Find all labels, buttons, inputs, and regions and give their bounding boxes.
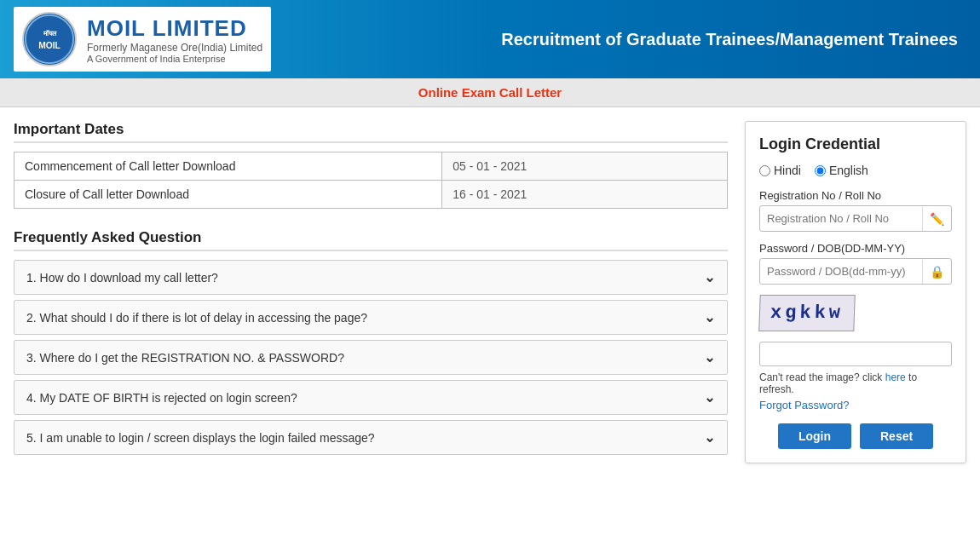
login-panel: Login Credential Hindi English Registrat…	[745, 121, 966, 463]
logo-title: MOIL LIMITED	[87, 15, 262, 42]
reg-label: Registration No / Roll No	[759, 189, 952, 202]
left-panel: Important Dates Commencement of Call let…	[14, 121, 745, 460]
chevron-down-icon: ⌄	[704, 309, 715, 325]
important-dates-title: Important Dates	[14, 121, 728, 143]
faq-question[interactable]: 5. I am unable to login / screen display…	[14, 421, 727, 454]
main-content: Important Dates Commencement of Call let…	[0, 107, 980, 477]
faq-text: 2. What should I do if there is lot of d…	[26, 311, 367, 325]
faq-title: Frequently Asked Question	[14, 229, 728, 251]
svg-text:मॉयल: मॉयल	[43, 29, 57, 37]
faq-text: 5. I am unable to login / screen display…	[26, 431, 375, 445]
lock-icon[interactable]: 🔒	[922, 260, 951, 284]
table-row: Commencement of Call letter Download05 -…	[14, 152, 728, 181]
table-row: Closure of Call letter Download16 - 01 -…	[14, 181, 728, 209]
captcha-container: xgkkw	[759, 295, 952, 337]
faq-question[interactable]: 1. How do I download my call letter? ⌄	[14, 261, 727, 294]
pass-input[interactable]	[760, 259, 922, 284]
faq-item[interactable]: 3. Where do I get the REGISTRATION NO. &…	[14, 340, 728, 375]
btn-group: Login Reset	[759, 423, 952, 449]
forgot-password-link[interactable]: Forgot Password?	[759, 399, 952, 411]
date-label: Commencement of Call letter Download	[14, 152, 442, 181]
lang-hindi-label[interactable]: Hindi	[759, 164, 801, 177]
faq-container: 1. How do I download my call letter? ⌄ 2…	[14, 260, 728, 455]
captcha-image: xgkkw	[758, 295, 856, 331]
faq-item[interactable]: 4. My DATE OF BIRTH is rejected on login…	[14, 380, 728, 415]
lang-english-radio[interactable]	[815, 165, 826, 176]
chevron-down-icon: ⌄	[704, 429, 715, 446]
faq-question[interactable]: 2. What should I do if there is lot of d…	[14, 301, 727, 334]
login-button[interactable]: Login	[778, 423, 851, 449]
faq-text: 1. How do I download my call letter?	[26, 271, 218, 285]
logo-sub1: Formerly Maganese Ore(India) Limited	[87, 42, 262, 54]
dates-table: Commencement of Call letter Download05 -…	[14, 152, 728, 209]
captcha-note: Can't read the image? click here to refr…	[759, 371, 952, 395]
chevron-down-icon: ⌄	[704, 349, 715, 365]
pass-input-group: 🔒	[759, 258, 952, 285]
chevron-down-icon: ⌄	[704, 269, 715, 285]
faq-item[interactable]: 5. I am unable to login / screen display…	[14, 420, 728, 455]
logo-sub2: A Government of India Enterprise	[87, 54, 262, 64]
faq-item[interactable]: 1. How do I download my call letter? ⌄	[14, 260, 728, 295]
language-selector: Hindi English	[759, 164, 952, 177]
captcha-input[interactable]	[759, 342, 952, 366]
date-label: Closure of Call letter Download	[14, 181, 442, 209]
date-value: 16 - 01 - 2021	[442, 181, 728, 209]
svg-text:MOIL: MOIL	[38, 41, 61, 50]
app-header: मॉयल MOIL MOIL LIMITED Formerly Maganese…	[0, 0, 980, 78]
captcha-refresh-link[interactable]: here	[885, 371, 906, 383]
sub-header-label: Online Exam Call Letter	[418, 85, 562, 100]
faq-text: 3. Where do I get the REGISTRATION NO. &…	[26, 351, 344, 365]
lang-english-label[interactable]: English	[815, 164, 868, 177]
sub-header: Online Exam Call Letter	[0, 78, 980, 107]
logo-area: मॉयल MOIL MOIL LIMITED Formerly Maganese…	[14, 7, 271, 72]
moil-logo: मॉयल MOIL	[22, 12, 77, 66]
faq-text: 4. My DATE OF BIRTH is rejected on login…	[26, 391, 297, 405]
reg-input[interactable]	[760, 206, 922, 231]
date-value: 05 - 01 - 2021	[442, 152, 728, 181]
header-title: Recruitment of Graduate Trainees/Managem…	[271, 30, 966, 49]
reg-input-group: ✏️	[759, 205, 952, 232]
faq-question[interactable]: 4. My DATE OF BIRTH is rejected on login…	[14, 381, 727, 414]
edit-icon[interactable]: ✏️	[922, 207, 951, 231]
pass-label: Password / DOB(DD-MM-YY)	[759, 242, 952, 255]
chevron-down-icon: ⌄	[704, 389, 715, 406]
reset-button[interactable]: Reset	[860, 423, 933, 449]
logo-text: MOIL LIMITED Formerly Maganese Ore(India…	[87, 15, 262, 64]
faq-question[interactable]: 3. Where do I get the REGISTRATION NO. &…	[14, 341, 727, 374]
login-title: Login Credential	[759, 135, 952, 153]
faq-item[interactable]: 2. What should I do if there is lot of d…	[14, 300, 728, 335]
lang-hindi-radio[interactable]	[759, 165, 770, 176]
